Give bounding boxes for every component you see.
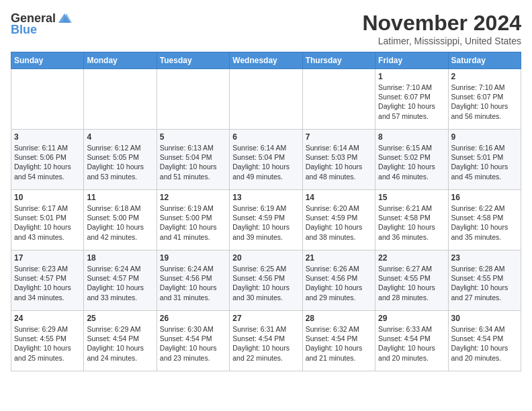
calendar-cell bbox=[84, 69, 157, 130]
day-number: 11 bbox=[87, 193, 153, 202]
day-info-line: Sunrise: 6:31 AM bbox=[232, 324, 299, 334]
day-number: 15 bbox=[378, 193, 445, 202]
day-info-line: Sunset: 4:55 PM bbox=[14, 334, 81, 343]
calendar-cell: 18Sunrise: 6:24 AMSunset: 4:57 PMDayligh… bbox=[84, 250, 157, 311]
day-info-line: Daylight: 10 hours bbox=[14, 222, 81, 232]
day-number: 29 bbox=[378, 314, 445, 323]
day-info-line: Sunset: 4:55 PM bbox=[378, 273, 445, 283]
day-info-line: and 51 minutes. bbox=[160, 172, 226, 181]
day-number: 23 bbox=[451, 253, 518, 263]
day-info-line: Daylight: 10 hours bbox=[14, 283, 81, 292]
calendar-cell: 7Sunrise: 6:14 AMSunset: 5:03 PMDaylight… bbox=[302, 130, 375, 190]
day-number: 4 bbox=[87, 132, 153, 142]
day-info-line: Sunrise: 6:13 AM bbox=[160, 143, 226, 152]
day-info-line: Sunset: 4:54 PM bbox=[87, 334, 153, 343]
day-info-line: Sunrise: 6:24 AM bbox=[160, 264, 226, 273]
day-info-line: and 43 minutes. bbox=[14, 232, 81, 242]
day-number: 24 bbox=[14, 314, 81, 323]
day-number: 30 bbox=[451, 314, 518, 323]
day-info-line: Daylight: 10 hours bbox=[451, 222, 518, 232]
day-info-line: Sunrise: 6:20 AM bbox=[306, 203, 372, 213]
day-info-line: Sunset: 6:07 PM bbox=[378, 92, 445, 101]
day-info-line: and 45 minutes. bbox=[451, 172, 518, 181]
day-info-line: and 48 minutes. bbox=[306, 172, 372, 181]
day-info-line: and 28 minutes. bbox=[378, 293, 445, 302]
calendar-cell: 19Sunrise: 6:24 AMSunset: 4:56 PMDayligh… bbox=[157, 250, 229, 311]
calendar-cell: 3Sunrise: 6:11 AMSunset: 5:06 PMDaylight… bbox=[11, 130, 84, 190]
day-info-line: Sunrise: 6:16 AM bbox=[451, 143, 518, 152]
day-number: 13 bbox=[232, 193, 299, 202]
calendar-cell: 26Sunrise: 6:30 AMSunset: 4:54 PMDayligh… bbox=[157, 311, 229, 371]
day-info-line: and 22 minutes. bbox=[232, 353, 299, 363]
weekday-header-sunday: Sunday bbox=[11, 52, 84, 69]
calendar-cell: 27Sunrise: 6:31 AMSunset: 4:54 PMDayligh… bbox=[230, 311, 302, 371]
day-info-line: Sunset: 5:06 PM bbox=[14, 152, 81, 162]
calendar-week-3: 10Sunrise: 6:17 AMSunset: 5:01 PMDayligh… bbox=[11, 190, 521, 250]
calendar-cell: 12Sunrise: 6:19 AMSunset: 5:00 PMDayligh… bbox=[157, 190, 229, 250]
day-info-line: Sunset: 5:01 PM bbox=[14, 213, 81, 222]
day-info-line: Daylight: 10 hours bbox=[306, 343, 372, 353]
day-info-line: and 35 minutes. bbox=[451, 232, 518, 242]
day-info-line: Sunrise: 6:18 AM bbox=[87, 203, 153, 213]
day-info-line: and 49 minutes. bbox=[232, 172, 299, 181]
day-info-line: Sunrise: 6:11 AM bbox=[14, 143, 81, 152]
day-info-line: Sunrise: 6:14 AM bbox=[306, 143, 372, 152]
day-info-line: and 21 minutes. bbox=[306, 353, 372, 363]
calendar-cell: 24Sunrise: 6:29 AMSunset: 4:55 PMDayligh… bbox=[11, 311, 84, 371]
day-info-line: and 34 minutes. bbox=[14, 293, 81, 302]
calendar-cell bbox=[230, 69, 302, 130]
day-number: 20 bbox=[232, 253, 299, 263]
calendar-cell: 30Sunrise: 6:34 AMSunset: 4:54 PMDayligh… bbox=[448, 311, 521, 371]
day-info-line: Sunrise: 6:19 AM bbox=[232, 203, 299, 213]
day-number: 28 bbox=[306, 314, 372, 323]
day-info-line: Sunset: 4:54 PM bbox=[160, 334, 226, 343]
day-info-line: Sunrise: 6:27 AM bbox=[378, 264, 445, 273]
location-subtitle: Latimer, Mississippi, United States bbox=[362, 36, 521, 46]
calendar-cell: 25Sunrise: 6:29 AMSunset: 4:54 PMDayligh… bbox=[84, 311, 157, 371]
day-info-line: Sunrise: 6:30 AM bbox=[160, 324, 226, 334]
day-info-line: and 24 minutes. bbox=[87, 353, 153, 363]
day-info-line: Sunrise: 6:23 AM bbox=[14, 264, 81, 273]
day-info-line: Sunset: 4:54 PM bbox=[378, 334, 445, 343]
weekday-header-wednesday: Wednesday bbox=[230, 52, 302, 69]
day-info-line: Sunrise: 6:12 AM bbox=[87, 143, 153, 152]
day-info-line: Sunset: 5:02 PM bbox=[378, 152, 445, 162]
day-info-line: Sunset: 4:54 PM bbox=[451, 334, 518, 343]
day-info-line: Sunrise: 6:29 AM bbox=[14, 324, 81, 334]
day-info-line: Daylight: 10 hours bbox=[232, 222, 299, 232]
day-info-line: Daylight: 10 hours bbox=[451, 101, 518, 111]
day-info-line: Daylight: 10 hours bbox=[378, 283, 445, 292]
day-info-line: and 29 minutes. bbox=[306, 293, 372, 302]
day-info-line: Sunset: 4:54 PM bbox=[306, 334, 372, 343]
day-info-line: Sunrise: 6:28 AM bbox=[451, 264, 518, 273]
day-info-line: Daylight: 10 hours bbox=[306, 222, 372, 232]
day-info-line: Daylight: 10 hours bbox=[160, 343, 226, 353]
calendar-table: SundayMondayTuesdayWednesdayThursdayFrid… bbox=[11, 52, 521, 371]
day-info-line: Sunset: 4:58 PM bbox=[451, 213, 518, 222]
day-info-line: Daylight: 10 hours bbox=[451, 343, 518, 353]
day-info-line: Sunset: 5:04 PM bbox=[160, 152, 226, 162]
day-info-line: and 25 minutes. bbox=[14, 353, 81, 363]
calendar-cell: 4Sunrise: 6:12 AMSunset: 5:05 PMDaylight… bbox=[84, 130, 157, 190]
calendar-cell: 21Sunrise: 6:26 AMSunset: 4:56 PMDayligh… bbox=[302, 250, 375, 311]
day-info-line: Daylight: 10 hours bbox=[306, 283, 372, 292]
day-info-line: Daylight: 10 hours bbox=[232, 343, 299, 353]
day-number: 10 bbox=[14, 193, 81, 202]
logo-icon bbox=[57, 12, 72, 26]
day-info-line: Sunrise: 6:26 AM bbox=[306, 264, 372, 273]
day-number: 1 bbox=[378, 72, 445, 81]
calendar-cell: 15Sunrise: 6:21 AMSunset: 4:58 PMDayligh… bbox=[375, 190, 448, 250]
day-number: 14 bbox=[306, 193, 372, 202]
day-info-line: Daylight: 10 hours bbox=[87, 222, 153, 232]
day-info-line: Daylight: 10 hours bbox=[378, 222, 445, 232]
day-info-line: Daylight: 10 hours bbox=[87, 162, 153, 171]
calendar-cell: 16Sunrise: 6:22 AMSunset: 4:58 PMDayligh… bbox=[448, 190, 521, 250]
calendar-cell: 8Sunrise: 6:15 AMSunset: 5:02 PMDaylight… bbox=[375, 130, 448, 190]
day-info-line: Sunrise: 6:19 AM bbox=[160, 203, 226, 213]
day-info-line: Sunrise: 6:24 AM bbox=[87, 264, 153, 273]
day-info-line: Daylight: 10 hours bbox=[87, 343, 153, 353]
day-number: 5 bbox=[160, 132, 226, 142]
day-info-line: and 38 minutes. bbox=[306, 232, 372, 242]
day-info-line: and 56 minutes. bbox=[451, 111, 518, 121]
day-info-line: and 42 minutes. bbox=[87, 232, 153, 242]
